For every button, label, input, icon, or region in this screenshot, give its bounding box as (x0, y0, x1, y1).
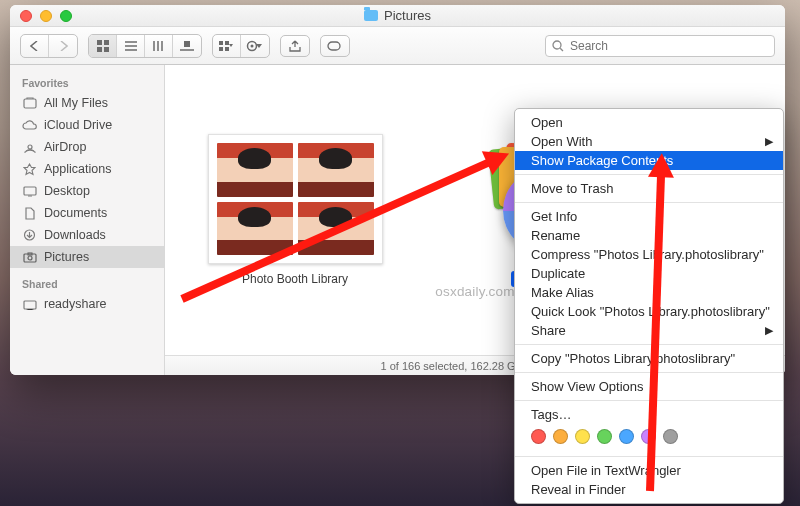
ctx-separator (515, 202, 783, 203)
cloud-icon (22, 119, 37, 132)
context-menu: Open Open With▶ Show Package Contents Mo… (514, 108, 784, 504)
search-field[interactable] (545, 35, 775, 57)
svg-point-14 (28, 145, 32, 149)
svg-rect-1 (104, 40, 109, 45)
titlebar: Pictures (10, 5, 785, 27)
ctx-compress[interactable]: Compress "Photos Library.photoslibrary" (515, 245, 783, 264)
action-button[interactable] (241, 35, 269, 57)
ctx-separator (515, 344, 783, 345)
sidebar-heading-favorites: Favorites (10, 73, 164, 92)
svg-point-12 (553, 41, 561, 49)
back-button[interactable] (21, 35, 49, 57)
sidebar-heading-shared: Shared (10, 274, 164, 293)
sidebar-item-downloads[interactable]: Downloads (10, 224, 164, 246)
ctx-copy[interactable]: Copy "Photos Library.photoslibrary" (515, 349, 783, 368)
ctx-rename[interactable]: Rename (515, 226, 783, 245)
view-list-button[interactable] (117, 35, 145, 57)
ctx-get-info[interactable]: Get Info (515, 207, 783, 226)
tag-color-dot[interactable] (619, 429, 634, 444)
sidebar-item-documents[interactable]: Documents (10, 202, 164, 224)
ctx-open-in-textwrangler[interactable]: Open File in TextWrangler (515, 461, 783, 480)
view-coverflow-button[interactable] (173, 35, 201, 57)
submenu-arrow-icon: ▶ (765, 324, 773, 337)
pictures-icon (22, 251, 37, 264)
all-files-icon (22, 97, 37, 110)
ctx-separator (515, 372, 783, 373)
arrange-group (212, 34, 270, 58)
ctx-separator (515, 174, 783, 175)
tag-color-row (515, 424, 783, 452)
file-photo-booth[interactable]: Photo Booth Library (205, 134, 385, 286)
ctx-duplicate[interactable]: Duplicate (515, 264, 783, 283)
ctx-separator (515, 400, 783, 401)
svg-rect-2 (97, 47, 102, 52)
svg-rect-5 (219, 41, 223, 45)
nav-buttons (20, 34, 78, 58)
ctx-move-to-trash[interactable]: Move to Trash (515, 179, 783, 198)
toolbar (10, 27, 785, 65)
sidebar-item-desktop[interactable]: Desktop (10, 180, 164, 202)
sidebar-item-readyshare[interactable]: readyshare (10, 293, 164, 315)
ctx-reveal-in-finder[interactable]: Reveal in Finder (515, 480, 783, 499)
view-switcher (88, 34, 202, 58)
sidebar-item-pictures[interactable]: Pictures (10, 246, 164, 268)
tag-color-dot[interactable] (575, 429, 590, 444)
ctx-open-with[interactable]: Open With▶ (515, 132, 783, 151)
svg-rect-20 (24, 301, 36, 309)
documents-icon (22, 207, 37, 220)
ctx-open[interactable]: Open (515, 113, 783, 132)
ctx-view-options[interactable]: Show View Options (515, 377, 783, 396)
sidebar-item-airdrop[interactable]: AirDrop (10, 136, 164, 158)
search-input[interactable] (570, 39, 768, 53)
applications-icon (22, 163, 37, 176)
arrange-button[interactable] (213, 35, 241, 57)
view-icons-button[interactable] (89, 35, 117, 57)
ctx-quick-look[interactable]: Quick Look "Photos Library.photoslibrary… (515, 302, 783, 321)
sidebar-item-icloud[interactable]: iCloud Drive (10, 114, 164, 136)
ctx-show-package-contents[interactable]: Show Package Contents (515, 151, 783, 170)
search-icon (552, 40, 564, 52)
forward-button[interactable] (49, 35, 77, 57)
svg-rect-6 (225, 41, 229, 45)
ctx-make-alias[interactable]: Make Alias (515, 283, 783, 302)
desktop-icon (22, 185, 37, 198)
tag-color-dot[interactable] (597, 429, 612, 444)
tags-button[interactable] (320, 35, 350, 57)
share-button[interactable] (280, 35, 310, 57)
downloads-icon (22, 229, 37, 242)
ctx-share[interactable]: Share▶ (515, 321, 783, 340)
svg-point-18 (28, 256, 32, 260)
view-columns-button[interactable] (145, 35, 173, 57)
svg-rect-0 (97, 40, 102, 45)
svg-rect-7 (219, 47, 223, 51)
svg-rect-15 (24, 187, 36, 195)
svg-rect-8 (225, 47, 229, 51)
folder-icon (364, 10, 378, 21)
svg-rect-11 (328, 42, 340, 50)
airdrop-icon (22, 141, 37, 154)
svg-rect-4 (184, 41, 190, 47)
svg-rect-13 (24, 99, 36, 108)
tag-color-dot[interactable] (531, 429, 546, 444)
server-icon (22, 298, 37, 311)
tag-color-dot[interactable] (553, 429, 568, 444)
photo-booth-icon (208, 134, 383, 264)
svg-point-10 (251, 44, 254, 47)
tag-color-dot[interactable] (641, 429, 656, 444)
ctx-separator (515, 456, 783, 457)
window-title-text: Pictures (384, 8, 431, 23)
sidebar-item-all-my-files[interactable]: All My Files (10, 92, 164, 114)
window-title: Pictures (10, 8, 785, 23)
file-label: Photo Booth Library (242, 272, 348, 286)
sidebar: Favorites All My Files iCloud Drive AirD… (10, 65, 165, 375)
svg-rect-3 (104, 47, 109, 52)
ctx-tags[interactable]: Tags… (515, 405, 783, 424)
sidebar-item-applications[interactable]: Applications (10, 158, 164, 180)
watermark: osxdaily.com (435, 284, 514, 299)
tag-color-dot[interactable] (663, 429, 678, 444)
submenu-arrow-icon: ▶ (765, 135, 773, 148)
